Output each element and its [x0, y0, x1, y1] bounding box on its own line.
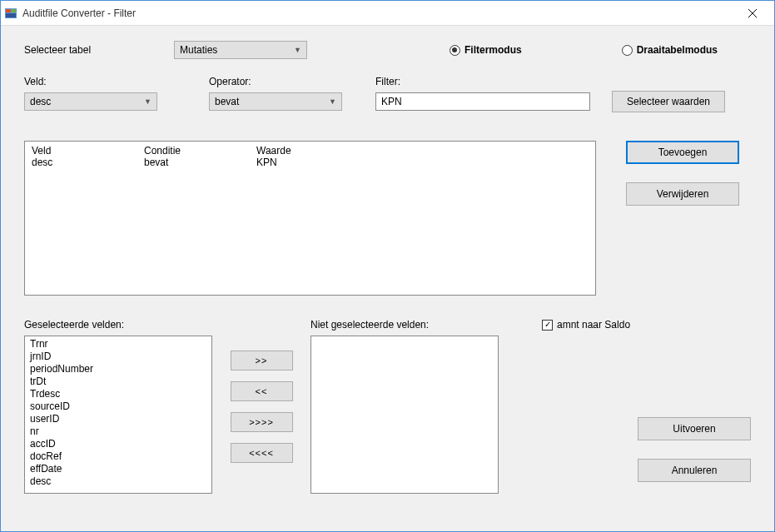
list-item[interactable]: docRef [25, 450, 211, 463]
chevron-down-icon: ▼ [329, 97, 336, 106]
list-item[interactable]: userID [25, 413, 211, 425]
selected-fields-label: Geselecteerde velden: [24, 319, 310, 331]
close-button[interactable] [733, 2, 771, 25]
pivot-mode-label: Draaitabelmodus [637, 44, 718, 56]
list-item[interactable]: effDate [25, 463, 211, 475]
cond-veld: desc [32, 157, 144, 168]
add-button[interactable]: Toevoegen [626, 141, 739, 164]
move-all-left-button[interactable]: <<<< [231, 443, 293, 463]
select-values-button[interactable]: Selecteer waarden [612, 91, 725, 112]
conditions-header: Veld Conditie Waarde [32, 145, 589, 157]
cond-header-waarde: Waarde [256, 145, 589, 157]
list-item[interactable]: sourceID [25, 400, 211, 413]
window-title: Auditfile Converter - Filter [22, 7, 733, 19]
cond-conditie: bevat [144, 157, 256, 168]
remove-button[interactable]: Verwijderen [626, 182, 739, 206]
execute-button[interactable]: Uitvoeren [638, 417, 751, 440]
cancel-button[interactable]: Annuleren [638, 459, 751, 482]
list-item[interactable]: periodNumber [25, 363, 211, 375]
chevron-down-icon: ▼ [144, 97, 152, 106]
unselected-fields-listbox[interactable] [310, 336, 499, 494]
operator-label: Operator: [209, 76, 375, 87]
field-select-value: desc [30, 96, 51, 107]
select-table-label: Selecteer tabel [24, 44, 174, 56]
radio-icon [622, 45, 633, 56]
conditions-list[interactable]: Veld Conditie Waarde desc bevat KPN [24, 141, 596, 296]
pivot-mode-radio[interactable]: Draaitabelmodus [622, 44, 718, 56]
move-left-button[interactable]: << [231, 381, 293, 401]
filter-input[interactable] [375, 92, 590, 111]
unselected-fields-label: Niet geselecteerde velden: [310, 319, 542, 331]
table-select-value: Mutaties [180, 44, 217, 56]
chevron-down-icon: ▼ [294, 46, 301, 54]
list-item[interactable]: Trdesc [25, 388, 211, 400]
selected-fields-listbox[interactable]: TrnrjrnIDperiodNumbertrDtTrdescsourceIDu… [24, 336, 212, 494]
svg-rect-3 [6, 13, 16, 17]
list-item[interactable]: Trnr [25, 338, 211, 351]
checkbox-icon: ✓ [542, 320, 553, 331]
move-all-right-button[interactable]: >>>> [231, 412, 293, 432]
table-select[interactable]: Mutaties ▼ [174, 41, 307, 59]
content-area: Selecteer tabel Mutaties ▼ Filtermodus D… [1, 26, 774, 531]
filter-mode-radio[interactable]: Filtermodus [450, 44, 522, 56]
radio-icon [450, 45, 460, 56]
conditions-row[interactable]: desc bevat KPN [32, 157, 589, 168]
titlebar: Auditfile Converter - Filter [1, 1, 774, 26]
field-label: Veld: [24, 76, 209, 87]
operator-select[interactable]: bevat ▼ [209, 92, 342, 111]
cond-waarde: KPN [256, 157, 589, 168]
move-right-button[interactable]: >> [231, 351, 293, 370]
operator-select-value: bevat [215, 96, 239, 107]
cond-header-veld: Veld [32, 145, 144, 157]
list-item[interactable]: trDt [25, 375, 211, 388]
filter-mode-label: Filtermodus [465, 44, 522, 56]
svg-rect-1 [6, 9, 11, 12]
amnt-saldo-checkbox[interactable]: ✓ amnt naar Saldo [542, 319, 630, 331]
window: Auditfile Converter - Filter Selecteer t… [0, 0, 775, 532]
list-item[interactable]: nr [25, 425, 211, 438]
app-icon [4, 7, 17, 20]
list-item[interactable]: jrnID [25, 351, 211, 363]
list-item[interactable]: accID [25, 438, 211, 450]
svg-rect-2 [12, 9, 16, 12]
field-select[interactable]: desc ▼ [24, 92, 157, 111]
list-item[interactable]: desc [25, 475, 211, 488]
filter-value-label: Filter: [375, 76, 400, 87]
close-icon [748, 9, 757, 17]
cond-header-conditie: Conditie [144, 145, 256, 157]
amnt-saldo-label: amnt naar Saldo [557, 319, 630, 331]
